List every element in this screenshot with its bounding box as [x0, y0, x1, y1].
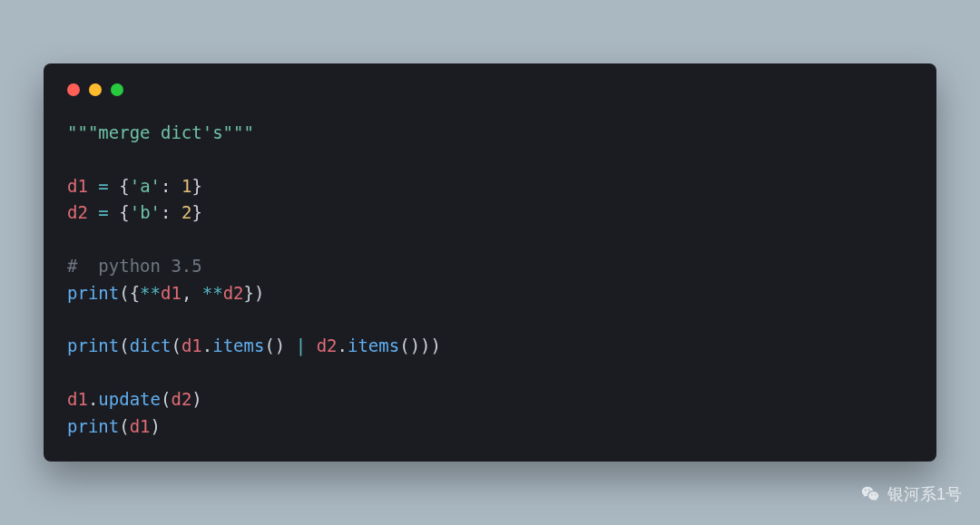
key: 'a' [130, 176, 161, 196]
paren: ) [151, 416, 161, 436]
var-d1: d1 [181, 335, 202, 355]
call: () [264, 335, 285, 355]
var-d2: d2 [223, 283, 244, 303]
op-pipe: | [285, 335, 316, 355]
paren: ( [119, 283, 129, 303]
paren: ) [254, 283, 264, 303]
comma: , [181, 283, 202, 303]
op-assign: = [98, 202, 108, 222]
paren: ( [171, 335, 181, 355]
zoom-icon [111, 83, 123, 96]
docstring: """merge dict's""" [67, 122, 254, 142]
wechat-icon [860, 484, 880, 504]
code-block: """merge dict's""" d1 = {'a': 1} d2 = {'… [67, 120, 913, 440]
paren: ( [119, 335, 129, 355]
method-items: items [348, 335, 399, 355]
brace: } [244, 283, 254, 303]
watermark-text: 银河系1号 [887, 483, 962, 505]
fn-print: print [67, 283, 119, 303]
code-window: """merge dict's""" d1 = {'a': 1} d2 = {'… [44, 63, 936, 462]
fn-print: print [67, 416, 119, 436]
paren: ( [119, 416, 129, 436]
op-star2: ** [140, 283, 161, 303]
var-d2: d2 [317, 335, 338, 355]
colon: : [161, 176, 171, 196]
colon: : [161, 202, 171, 222]
dot: . [202, 335, 212, 355]
paren: ) [191, 389, 201, 409]
brace: { [130, 283, 140, 303]
comment: # python 3.5 [67, 256, 202, 276]
paren: ) [431, 335, 441, 355]
var-d2: d2 [67, 202, 88, 222]
window-traffic-lights [67, 83, 913, 96]
close-icon [67, 83, 80, 96]
minimize-icon [89, 83, 102, 96]
brace: { [119, 176, 129, 196]
brace: { [119, 202, 129, 222]
call: () [399, 335, 420, 355]
dot: . [88, 389, 98, 409]
dot: . [338, 335, 348, 355]
var-d1: d1 [67, 176, 88, 196]
paren: ) [420, 335, 430, 355]
var-d1: d1 [67, 389, 88, 409]
var-d2: d2 [171, 389, 191, 409]
var-d1: d1 [161, 283, 181, 303]
brace: } [191, 176, 201, 196]
watermark: 银河系1号 [860, 483, 962, 505]
op-assign: = [98, 176, 108, 196]
var-d1: d1 [130, 416, 151, 436]
fn-print: print [67, 335, 119, 355]
key: 'b' [130, 202, 161, 222]
op-star2: ** [202, 283, 223, 303]
method-update: update [98, 389, 161, 409]
brace: } [191, 202, 201, 222]
fn-dict: dict [130, 335, 172, 355]
num: 2 [181, 202, 191, 222]
num: 1 [181, 176, 191, 196]
paren: ( [161, 389, 171, 409]
method-items: items [212, 335, 264, 355]
